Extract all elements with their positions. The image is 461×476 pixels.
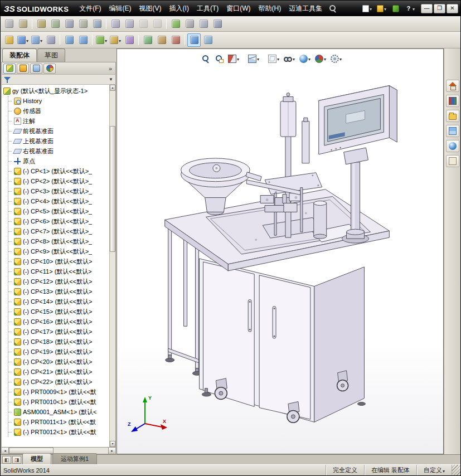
- tree-item[interactable]: (-) CP<20> (默认<<默认>: [8, 357, 109, 367]
- scroll-down-arrow[interactable]: [110, 441, 115, 447]
- tree-item[interactable]: (-) CP<11> (默认<<默认>: [8, 266, 109, 276]
- new-motion-study-button[interactable]: [123, 33, 136, 47]
- tab-model[interactable]: 模型: [22, 453, 51, 464]
- print-preview-button[interactable]: [197, 17, 210, 31]
- design-library-button[interactable]: [446, 95, 459, 107]
- linear-component-pattern-button[interactable]: [30, 33, 43, 47]
- tree-item[interactable]: History: [8, 96, 109, 106]
- tree-item[interactable]: (-) CP<8> (默认<<默认>_: [8, 236, 109, 246]
- full-screen-button[interactable]: [137, 17, 150, 31]
- tree-item[interactable]: 原点: [8, 156, 109, 166]
- tree-item[interactable]: ASM0001_ASM<1> (默认<: [8, 407, 109, 417]
- filter-bar[interactable]: ▼: [1, 74, 116, 84]
- tree-item[interactable]: (-) CP<3> (默认<<默认>_: [8, 186, 109, 196]
- tree-item[interactable]: (-) CP<17> (默认<<默认>: [8, 327, 109, 337]
- tree-item[interactable]: (-) CP<13> (默认<<默认>: [8, 286, 109, 297]
- minimize-button[interactable]: —: [421, 4, 433, 13]
- hide-show-items-button[interactable]: [282, 53, 297, 64]
- mate-button[interactable]: [16, 33, 30, 47]
- tree-item[interactable]: 前视基准面: [8, 126, 109, 136]
- propertymanager-tab[interactable]: [17, 64, 29, 74]
- tree-item[interactable]: (-) PRT0009<1> (默认<<默: [8, 387, 109, 397]
- rotate-component-button[interactable]: [76, 33, 90, 47]
- design-table-button[interactable]: [169, 17, 182, 31]
- scroll-left-arrow[interactable]: [2, 448, 9, 454]
- options-button[interactable]: [211, 17, 224, 31]
- scroll-track[interactable]: [9, 448, 108, 454]
- tree-item[interactable]: (-) CP<9> (默认<<默认>_: [8, 246, 109, 256]
- displaymanager-tab[interactable]: [43, 64, 56, 74]
- tree-item[interactable]: 传感器: [8, 106, 109, 116]
- tree-vertical-scrollbar[interactable]: [109, 85, 115, 447]
- reference-geometry-button[interactable]: [109, 33, 122, 47]
- tree-item[interactable]: (-) CP<21> (默认<<默认>: [8, 367, 109, 377]
- menu-item[interactable]: 插入(I): [166, 1, 193, 16]
- apply-scene-button[interactable]: [313, 53, 328, 64]
- tree-item[interactable]: (-) CP<12> (默认<<默认>: [8, 276, 109, 286]
- view-orientation-button[interactable]: [246, 53, 261, 64]
- graphics-viewport[interactable]: Y X Z: [117, 48, 444, 454]
- tree-item[interactable]: (-) PRT0011<1> (默认<<默: [8, 417, 109, 427]
- close-button[interactable]: ✕: [447, 4, 458, 13]
- tab-motion-study[interactable]: 运动算例1: [52, 453, 97, 464]
- tree-item[interactable]: 右视基准面: [8, 146, 109, 156]
- display-style-button[interactable]: [266, 53, 281, 64]
- select-tool-button[interactable]: [2, 17, 16, 31]
- tree-root-item[interactable]: gy (默认<默认_显示状态-1>: [3, 86, 109, 96]
- tree-item[interactable]: 上视基准面: [8, 136, 109, 146]
- window-cascade-button[interactable]: [109, 17, 122, 31]
- menu-item[interactable]: 视图(V): [135, 1, 166, 16]
- sketch-entities-button[interactable]: [16, 17, 30, 31]
- split-horizontal-button[interactable]: ◧: [2, 456, 11, 464]
- smart-fasteners-button[interactable]: [44, 33, 57, 47]
- scroll-track[interactable]: [110, 91, 115, 441]
- menu-item[interactable]: 文件(F): [75, 1, 105, 16]
- file-explorer-button[interactable]: [446, 110, 459, 122]
- featuremanager-tab[interactable]: [3, 64, 16, 74]
- filter-dropdown-icon[interactable]: ▼: [109, 77, 113, 82]
- insert-components-button[interactable]: [2, 33, 16, 47]
- tree-item[interactable]: (-) PRT0012<1> (默认<<默: [8, 427, 109, 437]
- panel-overflow-button[interactable]: »: [107, 65, 114, 72]
- menu-item[interactable]: 帮助(H): [255, 1, 285, 16]
- restore-button[interactable]: ❐: [434, 4, 445, 13]
- appearances-button[interactable]: [446, 140, 459, 152]
- tree-item[interactable]: (-) PRT0010<1> (默认<<默: [8, 397, 109, 407]
- zoom-to-area-button[interactable]: [213, 53, 225, 64]
- menu-item[interactable]: 工具(T): [193, 1, 222, 16]
- solidworks-resources-button[interactable]: [446, 80, 459, 92]
- tree-item[interactable]: (-) CP<18> (默认<<默认>: [8, 337, 109, 347]
- tree-item[interactable]: (-) CP<5> (默认<<默认>_: [8, 206, 109, 216]
- help-button[interactable]: ?: [404, 3, 416, 14]
- tree-item[interactable]: (-) CP<6> (默认<<默认>_: [8, 216, 109, 226]
- menu-item[interactable]: 窗口(W): [222, 1, 254, 16]
- menu-item[interactable]: 迈迪工具集: [285, 1, 326, 16]
- viewport-layout-button[interactable]: [151, 17, 164, 31]
- resize-grip[interactable]: [452, 465, 460, 475]
- tree-item[interactable]: (-) CP<16> (默认<<默认>: [8, 317, 109, 327]
- assembly-features-button[interactable]: [95, 33, 108, 47]
- edit-appearance-button[interactable]: [298, 53, 312, 64]
- scroll-thumb[interactable]: [9, 448, 54, 454]
- scroll-thumb[interactable]: [110, 126, 115, 252]
- measure-button[interactable]: [35, 17, 48, 31]
- assembly-visualization-button[interactable]: [201, 33, 215, 47]
- explode-line-sketch-button[interactable]: [169, 33, 182, 47]
- tree-item[interactable]: 注解: [8, 116, 109, 126]
- tree-item[interactable]: (-) CP<19> (默认<<默认>: [8, 347, 109, 357]
- move-component-button[interactable]: [62, 33, 76, 47]
- bill-of-materials-button[interactable]: [141, 33, 154, 47]
- split-vertical-button[interactable]: ◨: [12, 456, 21, 464]
- interference-detection-button[interactable]: [187, 33, 201, 47]
- view-settings-button[interactable]: [329, 53, 343, 64]
- tree-item[interactable]: (-) CP<4> (默认<<默认>_: [8, 196, 109, 206]
- tree-item[interactable]: (-) CP<14> (默认<<默认>: [8, 297, 109, 307]
- custom-properties-button[interactable]: [446, 155, 459, 167]
- section-properties-button[interactable]: [62, 17, 76, 31]
- window-tile-button[interactable]: [123, 17, 136, 31]
- check-model-button[interactable]: [76, 17, 90, 31]
- configurationmanager-tab[interactable]: [30, 64, 42, 74]
- tab-assembly[interactable]: 装配体: [2, 48, 37, 62]
- tree-item[interactable]: (-) CP<15> (默认<<默认>: [8, 307, 109, 317]
- statistics-button[interactable]: [90, 17, 104, 31]
